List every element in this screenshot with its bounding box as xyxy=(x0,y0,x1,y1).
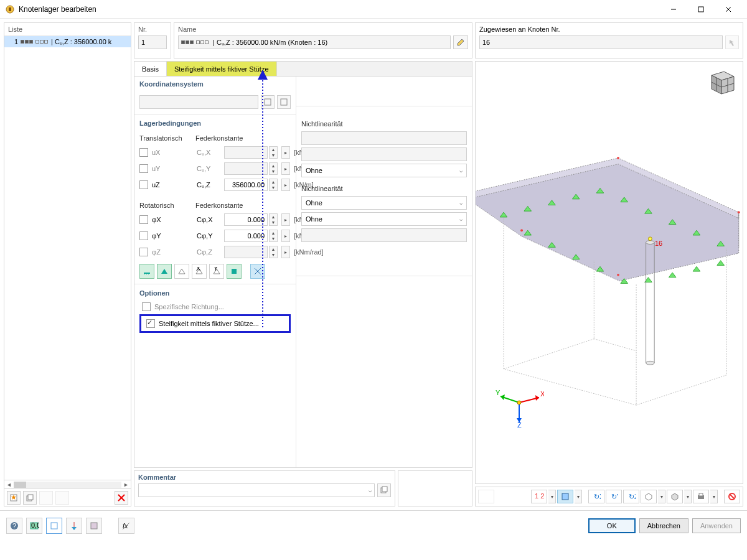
nonlin-uz[interactable]: Ohne⌵ xyxy=(301,164,467,177)
vtool-render[interactable] xyxy=(557,490,573,503)
delete-item-button[interactable] xyxy=(115,491,128,505)
svg-marker-69 xyxy=(535,395,539,401)
vtool-reset[interactable] xyxy=(724,490,740,503)
name-label: Name xyxy=(178,26,468,33)
name-input[interactable]: | Cᵤ,Z : 356000.00 kN/m (Knoten : 16) xyxy=(178,35,451,49)
svg-marker-50 xyxy=(717,261,725,266)
preset-5[interactable]: Y xyxy=(209,264,224,279)
spin-uz[interactable]: ▲▼ xyxy=(269,179,278,191)
list-header: Liste xyxy=(4,23,131,36)
koord-button-1[interactable] xyxy=(261,95,275,109)
value-uz[interactable]: 356000.00 xyxy=(224,179,268,191)
vtool-1[interactable] xyxy=(478,490,494,503)
check-phiz[interactable] xyxy=(139,248,148,256)
comment-input[interactable]: ⌵ xyxy=(138,483,375,497)
svg-text:↻Y: ↻Y xyxy=(611,493,618,500)
svg-marker-19 xyxy=(179,269,185,274)
svg-text:Y: Y xyxy=(496,389,500,396)
svg-text:0,00: 0,00 xyxy=(31,521,39,529)
ft-button-6[interactable]: fx xyxy=(118,518,134,534)
vtool-axis-z[interactable]: ↻Z xyxy=(623,490,639,503)
list-hscroll[interactable]: ◄ ► xyxy=(4,480,131,488)
ok-button[interactable]: OK xyxy=(588,518,636,533)
minimize-button[interactable] xyxy=(660,1,687,18)
svg-text:↻X: ↻X xyxy=(594,493,601,500)
check-uz[interactable] xyxy=(139,180,148,189)
preset-2[interactable] xyxy=(157,264,172,279)
koord-input[interactable] xyxy=(139,95,258,109)
cancel-button[interactable]: Abbrechen xyxy=(639,518,688,533)
option-specific-direction: Spezifische Richtung... xyxy=(139,301,291,313)
tab-stiffness[interactable]: Steifigkeit mittels fiktiver Stütze xyxy=(167,62,277,76)
value-phix[interactable]: 0.000 xyxy=(224,213,268,226)
check-stiffness-column[interactable] xyxy=(146,319,155,328)
svg-marker-71 xyxy=(500,394,505,400)
row-phiy: φY Cφ,Y 0.000 ▲▼ ▸ [kNm/rad] xyxy=(139,228,291,244)
value-ux xyxy=(224,146,268,159)
new-item-button[interactable]: ★ xyxy=(7,491,21,505)
close-button[interactable] xyxy=(715,1,742,18)
koord-title: Koordinatensystem xyxy=(139,80,291,88)
nonlin-phiy[interactable]: Ohne⌵ xyxy=(301,212,467,226)
value-phiy[interactable]: 0.000 xyxy=(224,230,268,242)
comment-library-button[interactable] xyxy=(377,483,391,497)
edit-name-button[interactable] xyxy=(453,35,468,49)
option-stiffness-column[interactable]: Steifigkeit mittels fiktiver Stütze... xyxy=(144,317,286,330)
help-button[interactable]: ? xyxy=(6,518,22,534)
number-group: Nr. 1 xyxy=(134,22,171,58)
preset-free[interactable] xyxy=(250,264,265,279)
list-item[interactable]: 1 | Cᵤ,Z : 356000.00 k xyxy=(4,36,131,47)
tab-bar: Basis Steifigkeit mittels fiktiver Stütz… xyxy=(134,61,472,76)
nonlin-ux xyxy=(301,131,467,145)
row-ux: uX Cᵤ,X ▲▼ ▸ [kN/m] xyxy=(139,144,291,161)
preset-1[interactable] xyxy=(139,264,154,279)
check-specific-direction[interactable] xyxy=(142,302,151,311)
svg-rect-3 xyxy=(698,7,703,12)
model-viewport[interactable]: 16 X Y Z xyxy=(475,61,743,484)
svg-marker-18 xyxy=(161,269,167,274)
row-uy: uY Cᵤ,Y ▲▼ ▸ [kN/m] xyxy=(139,161,291,177)
app-icon xyxy=(5,4,15,14)
koord-button-2[interactable] xyxy=(277,95,291,109)
svg-line-88 xyxy=(730,494,735,499)
preset-6[interactable] xyxy=(227,264,242,279)
rot-title: Rotatorisch xyxy=(139,202,195,209)
vtool-axis-y[interactable]: ↻Y xyxy=(606,490,622,503)
tool-button-3 xyxy=(39,491,53,505)
copy-item-button[interactable] xyxy=(23,491,37,505)
vtool-iso[interactable] xyxy=(641,490,657,503)
node-label: 16 xyxy=(655,240,662,247)
vtool-axis-x[interactable]: ↻X xyxy=(588,490,604,503)
units-button[interactable]: 0,00 xyxy=(26,518,42,534)
apply-button: Anwenden xyxy=(692,518,741,533)
ft-button-5[interactable] xyxy=(86,518,102,534)
viewport-toolbar: 1 2 3▾ ▾ ↻X ↻Y ↻Z ▾ ▾ ▾ xyxy=(475,487,743,506)
axis-gizmo: X Y Z xyxy=(494,378,544,427)
view-cube[interactable] xyxy=(705,67,738,99)
value-phiz xyxy=(224,246,268,258)
tool-button-4 xyxy=(55,491,69,505)
name-group: Name | Cᵤ,Z : 356000.00 kN/m (Knoten : 1… xyxy=(174,22,472,58)
ft-button-4[interactable] xyxy=(66,518,82,534)
check-phiy[interactable] xyxy=(139,231,148,240)
svg-marker-95 xyxy=(72,527,77,530)
vtool-dims[interactable]: 1 2 3 xyxy=(531,490,547,503)
highlight-box: Steifigkeit mittels fiktiver Stütze... xyxy=(139,314,291,333)
maximize-button[interactable] xyxy=(687,1,715,18)
pick-nodes-button[interactable] xyxy=(725,35,739,49)
check-ux[interactable] xyxy=(139,148,148,157)
tab-basis[interactable]: Basis xyxy=(134,62,167,77)
preset-4[interactable]: X xyxy=(192,264,207,279)
vtool-print[interactable] xyxy=(693,490,709,503)
check-uy[interactable] xyxy=(139,164,148,173)
nonlin-phix[interactable]: Ohne⌵ xyxy=(301,196,467,210)
row-phix: φX Cφ,X 0.000 ▲▼ ▸ [kNm/rad] xyxy=(139,212,291,228)
preset-3[interactable] xyxy=(174,264,189,279)
number-input[interactable]: 1 xyxy=(138,35,167,49)
vtool-box[interactable] xyxy=(667,490,683,503)
ft-button-3[interactable] xyxy=(46,518,62,534)
check-phix[interactable] xyxy=(139,215,148,224)
svg-text:★: ★ xyxy=(11,493,17,501)
assigned-input[interactable]: 16 xyxy=(479,35,723,49)
menu-uz[interactable]: ▸ xyxy=(281,179,290,191)
